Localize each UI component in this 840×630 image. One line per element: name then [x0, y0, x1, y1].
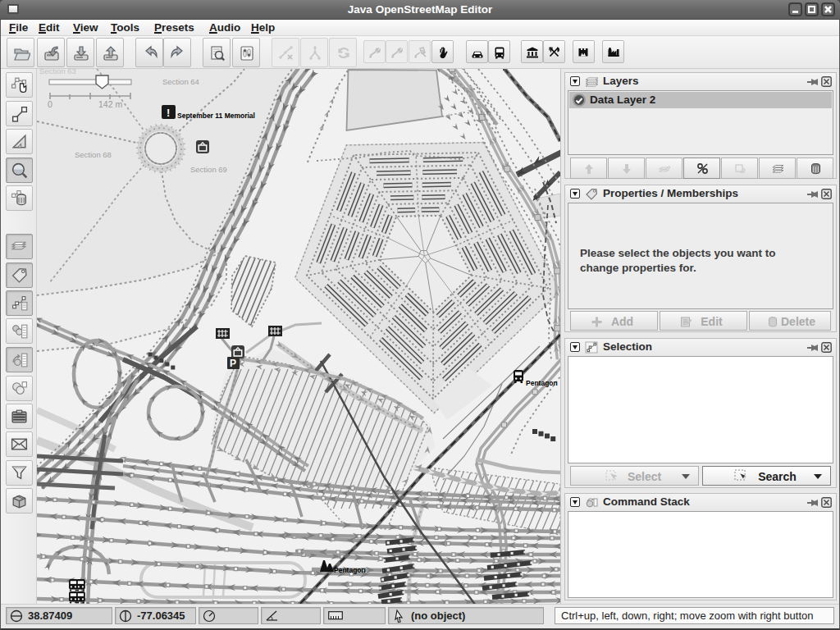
svg-text:Section 64: Section 64: [162, 77, 199, 86]
svg-text:September 11 Memorial: September 11 Memorial: [177, 112, 255, 120]
svg-text:!: !: [167, 107, 170, 119]
svg-text:142 m: 142 m: [98, 99, 122, 109]
svg-text:Section 63: Section 63: [39, 69, 76, 75]
svg-text:P: P: [230, 358, 236, 369]
svg-text:0: 0: [48, 99, 52, 109]
svg-text:Section 69: Section 69: [190, 165, 227, 174]
svg-text:Section 68: Section 68: [75, 150, 112, 159]
svg-text:Pentagon: Pentagon: [334, 566, 366, 574]
svg-text:Pentagon: Pentagon: [526, 379, 558, 387]
